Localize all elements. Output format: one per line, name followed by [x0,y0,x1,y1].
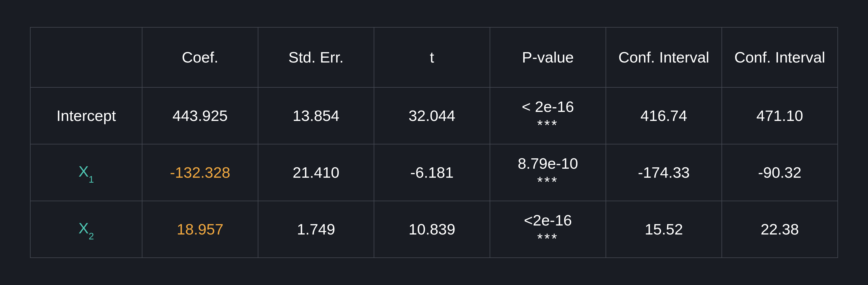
table-row: X2 18.957 1.749 10.839 <2e-16 *** 15.52 … [30,201,838,258]
rowhead-x1-sub: 1 [89,174,94,184]
cell-intercept-se: 13.854 [258,87,374,144]
header-rowhead [30,27,142,87]
cell-intercept-coef: 443.925 [142,87,258,144]
pvalue-stars: *** [496,117,600,134]
cell-x2-p: <2e-16 *** [490,201,606,258]
table-row: Intercept 443.925 13.854 32.044 < 2e-16 … [30,87,838,144]
cell-x1-t: -6.181 [374,144,490,201]
rowhead-x1: X1 [30,144,142,201]
pvalue-text: 8.79e-10 [496,155,600,172]
cell-x1-ci-high: -90.32 [722,144,838,201]
cell-x1-coef: -132.328 [142,144,258,201]
cell-x1-p: 8.79e-10 *** [490,144,606,201]
header-ci-low: Conf. Interval [606,27,722,87]
pvalue-stars: *** [496,174,600,190]
cell-x2-ci-low: 15.52 [606,201,722,258]
rowhead-intercept: Intercept [30,87,142,144]
header-coef: Coef. [142,27,258,87]
header-p-value: P-value [490,27,606,87]
header-t: t [374,27,490,87]
cell-intercept-ci-high: 471.10 [722,87,838,144]
pvalue-text: < 2e-16 [496,98,600,115]
rowhead-x1-base: X [79,163,89,180]
cell-x1-ci-low: -174.33 [606,144,722,201]
header-std-err: Std. Err. [258,27,374,87]
table-header-row: Coef. Std. Err. t P-value Conf. Interval… [30,27,838,87]
rowhead-x2-sub: 2 [89,231,94,241]
pvalue-text: <2e-16 [496,211,600,229]
rowhead-x2: X2 [30,201,142,258]
regression-table: Coef. Std. Err. t P-value Conf. Interval… [30,27,838,258]
cell-intercept-t: 32.044 [374,87,490,144]
header-ci-high: Conf. Interval [722,27,838,87]
pvalue-stars: *** [496,231,600,247]
cell-x1-se: 21.410 [258,144,374,201]
cell-x2-t: 10.839 [374,201,490,258]
cell-x2-coef: 18.957 [142,201,258,258]
cell-intercept-ci-low: 416.74 [606,87,722,144]
cell-x2-se: 1.749 [258,201,374,258]
cell-intercept-p: < 2e-16 *** [490,87,606,144]
cell-x2-ci-high: 22.38 [722,201,838,258]
table-row: X1 -132.328 21.410 -6.181 8.79e-10 *** -… [30,144,838,201]
rowhead-x2-base: X [79,220,89,237]
